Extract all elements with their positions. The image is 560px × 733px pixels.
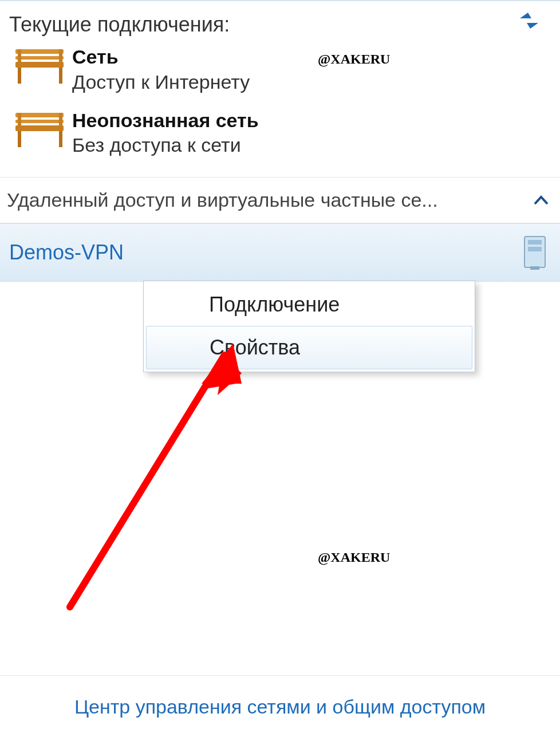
bench-icon [9,108,72,151]
network-name: Неопознанная сеть [72,108,551,133]
divider [0,675,560,676]
svg-rect-5 [18,49,21,66]
svg-rect-3 [18,68,21,84]
svg-rect-16 [528,247,542,251]
svg-rect-8 [15,120,64,123]
network-status: Доступ к Интернету [72,69,551,94]
svg-rect-6 [59,49,62,66]
svg-rect-17 [530,266,539,270]
svg-rect-12 [18,113,21,130]
svg-rect-10 [18,131,21,147]
watermark-text: @XAKERU [318,52,390,67]
svg-rect-4 [59,68,62,84]
refresh-icon[interactable] [516,8,542,39]
section-title: Удаленный доступ и виртуальные частные с… [7,189,438,211]
svg-rect-0 [15,49,64,54]
network-name: Сеть [72,45,551,69]
context-menu-item-connect[interactable]: Подключение [146,283,472,326]
svg-rect-15 [528,240,542,245]
computer-icon [521,234,549,271]
vpn-connection-name: Demos-VPN [9,241,124,265]
section-header-vpn[interactable]: Удаленный доступ и виртуальные частные с… [0,177,560,223]
context-menu: Подключение Свойства [143,281,475,372]
network-item[interactable]: Сеть Доступ к Интернету [0,37,560,100]
network-item[interactable]: Неопознанная сеть Без доступа к сети [0,100,560,164]
svg-rect-13 [59,113,62,130]
vpn-connection-item[interactable]: Demos-VPN [0,223,560,282]
svg-rect-7 [15,113,64,117]
svg-rect-11 [59,131,62,147]
header: Текущие подключения: [0,0,560,37]
svg-rect-9 [15,125,64,131]
context-menu-item-properties[interactable]: Свойства [146,326,472,369]
svg-rect-2 [15,62,64,68]
network-status: Без доступа к сети [72,132,551,157]
header-title: Текущие подключения: [9,13,230,36]
watermark-text: @XAKERU [318,550,390,565]
svg-rect-1 [15,56,64,60]
bench-icon [9,45,72,87]
chevron-up-icon [534,191,549,210]
svg-line-18 [70,355,224,607]
network-center-link[interactable]: Центр управления сетями и общим доступом [0,680,560,733]
footer-link-text: Центр управления сетями и общим доступом [74,696,486,718]
